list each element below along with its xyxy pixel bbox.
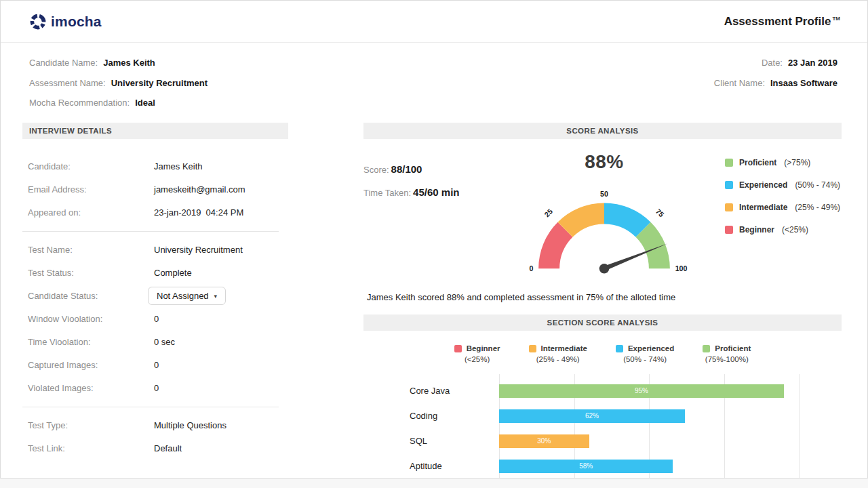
interview-details-rows: Candidate:James KeithEmail Address:james… [22, 155, 288, 460]
detail-value: 0 [154, 314, 159, 324]
candidate-status-value: Not Assigned [157, 291, 209, 301]
section-legend-item: Proficient(75%-100%) [703, 344, 751, 363]
section-legend-item: Beginner(<25%) [454, 344, 500, 363]
chart-bar: 58% [499, 460, 673, 473]
chart-bar: 95% [499, 384, 784, 398]
candidate-status-dropdown[interactable]: Not Assigned▾ [148, 287, 226, 305]
detail-label: Window Vioolation: [28, 314, 154, 324]
interview-detail-row: Test Type:Multiple Questions [22, 414, 288, 437]
page-title-text: Assessment Profile [724, 15, 831, 28]
chart-plot: 30% [499, 428, 842, 453]
chart-row: SQL30% [363, 428, 842, 453]
legend-item: Beginner(<25%) [725, 225, 842, 235]
top-header: imocha Assessment ProfileTM [1, 1, 867, 43]
legend-color-swatch [725, 226, 733, 234]
section-score-header: SECTION SCORE ANALYSIS [363, 314, 842, 331]
legend-color-swatch [616, 345, 623, 352]
time-taken-label: Time Taken: [363, 188, 411, 198]
gauge-tick-label: 100 [675, 264, 688, 272]
interview-details-header: INTERVIEW DETAILS [22, 123, 288, 139]
chart-bar: 30% [499, 434, 589, 448]
candidate-info-left: Candidate Name:James KeithAssessment Nam… [29, 53, 208, 113]
legend-name: Proficient [739, 158, 776, 167]
interview-detail-row: Test Status:Complete [22, 262, 288, 285]
legend-range: (75%-100%) [705, 355, 749, 363]
section-legend-name: Beginner [454, 344, 500, 352]
section-legend-name: Experienced [616, 344, 674, 352]
interview-detail-row: Candidate Status:Not Assigned▾ [22, 285, 288, 308]
legend-item: Proficient(>75%) [725, 158, 842, 167]
detail-value: Default [154, 443, 182, 453]
legend-name: Proficient [715, 344, 751, 352]
candidate-info-row: Client Name:Insaas Software [714, 73, 837, 94]
section-legend-name: Intermediate [529, 344, 587, 352]
gauge-tick-label: 50 [600, 189, 608, 197]
imocha-logo: imocha [29, 13, 102, 30]
detail-label: Email Address: [28, 184, 154, 195]
detail-value: jameskeith@gmail.com [154, 184, 245, 195]
candidate-info-row: Candidate Name:James Keith [29, 53, 208, 73]
legend-name: Beginner [467, 344, 500, 352]
interview-detail-row: Test Name:University Recruitment [22, 239, 288, 262]
candidate-info-row: Assessment Name:University Recruitment [29, 73, 208, 94]
chart-category-label: Coding [363, 411, 499, 421]
section-score-legend: Beginner(<25%)Intermediate(25% - 49%)Exp… [363, 344, 842, 363]
time-taken-value: 45/60 min [413, 186, 459, 198]
score-gauge-block: 88% 0255075100 [492, 142, 716, 285]
score-stats: Score:88/100 Time Taken:45/60 min [363, 142, 492, 285]
divider [22, 231, 279, 232]
detail-label: Test Status: [28, 268, 154, 278]
legend-name: Experienced [628, 344, 674, 352]
legend-color-swatch [529, 345, 536, 352]
chart-row: Coding62% [363, 403, 842, 428]
gauge-chart: 0255075100 [499, 170, 709, 282]
section-score-bar-chart: Core Java95%Coding62%SQL30%Aptitude58% [363, 378, 842, 479]
interview-details-panel: INTERVIEW DETAILS Candidate:James KeithE… [22, 123, 288, 479]
section-legend-name: Proficient [703, 344, 751, 352]
score-label: Score: [363, 165, 389, 175]
detail-label: Appeared on: [28, 207, 154, 218]
chart-category-label: Core Java [363, 386, 499, 396]
score-value: 88/100 [391, 163, 422, 175]
legend-name: Experienced [739, 180, 787, 190]
chart-category-label: SQL [363, 436, 499, 446]
info-value: James Keith [103, 58, 155, 68]
score-analysis-panel: SCORE ANALYSIS Score:88/100 Time Taken:4… [363, 123, 842, 479]
gauge-tick-label: 25 [542, 207, 554, 218]
legend-color-swatch [725, 159, 733, 167]
detail-value: Complete [154, 268, 192, 278]
candidate-info-section: Candidate Name:James KeithAssessment Nam… [1, 43, 867, 117]
gauge-tick-label: 75 [654, 207, 666, 218]
chart-plot: 95% [499, 378, 842, 403]
interview-detail-row: Window Vioolation:0 [22, 308, 288, 331]
legend-color-swatch [454, 345, 462, 352]
section-legend-item: Experienced(50% - 74%) [616, 344, 674, 363]
legend-item: Experienced(50% - 74%) [725, 180, 842, 190]
info-label: Mocha Recommendation: [29, 98, 130, 108]
detail-label: Test Name: [28, 245, 154, 255]
chart-row: Core Java95% [363, 378, 842, 403]
interview-detail-row: Time Vioolation:0 sec [22, 331, 288, 354]
legend-color-swatch [725, 203, 733, 211]
detail-label: Time Vioolation: [28, 337, 154, 347]
candidate-info-row: Mocha Recommendation:Ideal [29, 93, 208, 113]
info-value: Ideal [135, 98, 155, 108]
interview-detail-row: Test Link:Default [22, 437, 288, 460]
chart-plot: 58% [499, 453, 842, 479]
imocha-logo-text: imocha [51, 14, 102, 30]
interview-detail-row: Candidate:James Keith [22, 155, 288, 178]
info-value: 23 Jan 2019 [788, 58, 837, 68]
section-legend-item: Intermediate(25% - 49%) [529, 344, 587, 363]
info-value: Insaas Software [770, 78, 837, 88]
interview-detail-row: Violated Images:0 [22, 377, 288, 400]
score-legend: Proficient(>75%)Experienced(50% - 74%)In… [725, 142, 842, 285]
legend-name: Intermediate [739, 203, 787, 212]
detail-label: Candidate: [28, 161, 154, 171]
candidate-info-right: Date:23 Jan 2019Client Name:Insaas Softw… [714, 53, 837, 113]
detail-label: Captured Images: [28, 360, 154, 370]
legend-range: (50% - 74%) [623, 355, 667, 363]
legend-range: (25% - 49%) [536, 355, 580, 363]
score-summary-text: James Keith scored 88% and completed ass… [367, 292, 842, 302]
info-label: Client Name: [714, 78, 765, 88]
legend-range: (>75%) [784, 158, 810, 167]
